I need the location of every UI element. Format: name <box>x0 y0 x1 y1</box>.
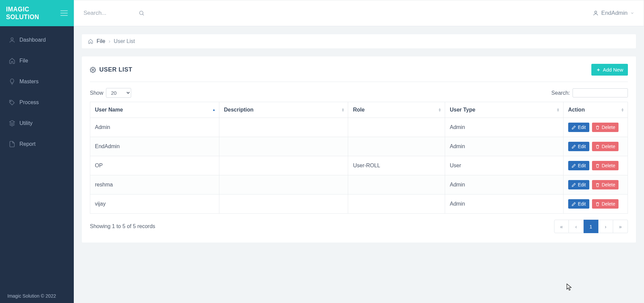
svg-point-4 <box>10 101 11 102</box>
brand-logo-text: IMAGIC SOLUTION <box>6 5 56 21</box>
delete-button[interactable]: Delete <box>592 180 619 189</box>
page-title: USER LIST <box>90 66 132 73</box>
pager-page-1[interactable]: 1 <box>584 220 598 233</box>
table-row: EndAdminAdminEditDelete <box>90 137 628 156</box>
delete-label: Delete <box>602 125 615 130</box>
topbar: EndAdmin <box>74 0 644 26</box>
col-header-label: User Type <box>450 107 475 113</box>
user-table: User Name ▲ Description ▲▼ Role ▲▼ User … <box>90 102 628 214</box>
trash-icon <box>595 164 600 168</box>
plus-icon <box>596 68 601 72</box>
svg-point-3 <box>11 38 13 40</box>
cell-action: EditDelete <box>563 137 628 156</box>
trash-icon <box>595 202 600 206</box>
table-info-text: Showing 1 to 5 of 5 records <box>90 223 155 229</box>
edit-button[interactable]: Edit <box>568 123 589 132</box>
table-row: vijayAdminEditDelete <box>90 194 628 214</box>
cell-username: reshma <box>90 175 219 194</box>
delete-label: Delete <box>602 144 615 149</box>
delete-button[interactable]: Delete <box>592 142 619 151</box>
col-header-action: Action ▲▼ <box>563 102 628 118</box>
cell-description <box>219 137 348 156</box>
delete-label: Delete <box>602 201 615 207</box>
user-name: EndAdmin <box>601 10 628 16</box>
cell-action: EditDelete <box>563 175 628 194</box>
delete-button[interactable]: Delete <box>592 123 619 132</box>
edit-button[interactable]: Edit <box>568 199 589 209</box>
col-header-username[interactable]: User Name ▲ <box>90 102 219 118</box>
col-header-label: User Name <box>95 107 123 113</box>
sidebar-item-report[interactable]: Report <box>0 134 74 155</box>
sidebar-item-label: Report <box>19 141 36 147</box>
edit-label: Edit <box>578 144 586 149</box>
sidebar-item-dashboard[interactable]: Dashboard <box>0 30 74 50</box>
search-input[interactable] <box>84 10 134 16</box>
cell-description <box>219 194 348 214</box>
sidebar-item-label: Dashboard <box>19 37 46 43</box>
table-search-input[interactable] <box>573 88 628 97</box>
sidebar-item-process[interactable]: Process <box>0 92 74 113</box>
add-new-button[interactable]: Add New <box>591 64 628 76</box>
edit-button[interactable]: Edit <box>568 161 589 170</box>
pager: « ‹ 1 › » <box>554 220 628 233</box>
pager-last[interactable]: » <box>613 220 628 233</box>
table-row: OPUser-ROLLUserEditDelete <box>90 156 628 175</box>
edit-icon <box>572 144 576 149</box>
delete-button[interactable]: Delete <box>592 161 619 170</box>
edit-icon <box>572 202 576 206</box>
breadcrumb: File › User List <box>82 34 636 48</box>
search-icon[interactable] <box>139 10 145 16</box>
breadcrumb-root[interactable]: File <box>97 38 105 44</box>
show-select[interactable]: 20 <box>106 88 131 98</box>
col-header-usertype[interactable]: User Type ▲▼ <box>445 102 563 118</box>
edit-button[interactable]: Edit <box>568 180 589 189</box>
delete-label: Delete <box>602 163 615 168</box>
table-search-wrap: Search: <box>551 88 628 97</box>
breadcrumb-current: User List <box>114 38 135 44</box>
home-icon <box>88 39 93 44</box>
cell-usertype: User <box>445 156 563 175</box>
table-footer: Showing 1 to 5 of 5 records « ‹ 1 › » <box>90 214 628 233</box>
table-row: AdminAdminEditDelete <box>90 118 628 137</box>
svg-point-5 <box>140 11 143 15</box>
cell-role <box>348 137 445 156</box>
col-header-description[interactable]: Description ▲▼ <box>219 102 348 118</box>
col-header-label: Role <box>353 107 365 113</box>
edit-icon <box>572 183 576 187</box>
svg-point-8 <box>92 69 94 71</box>
cell-action: EditDelete <box>563 156 628 175</box>
cell-username: EndAdmin <box>90 137 219 156</box>
sidebar-item-utility[interactable]: Utility <box>0 113 74 134</box>
global-search <box>84 10 145 16</box>
svg-point-7 <box>595 11 597 13</box>
col-header-label: Description <box>224 107 254 113</box>
trash-icon <box>595 125 600 130</box>
cell-username: OP <box>90 156 219 175</box>
home-icon <box>7 57 17 64</box>
cell-action: EditDelete <box>563 118 628 137</box>
cell-description <box>219 118 348 137</box>
edit-icon <box>572 164 576 168</box>
sort-icon: ▲▼ <box>341 108 345 112</box>
sidebar-item-label: Masters <box>19 79 39 85</box>
user-menu[interactable]: EndAdmin <box>593 10 634 16</box>
edit-button[interactable]: Edit <box>568 142 589 151</box>
gear-icon <box>90 67 96 73</box>
table-row: reshmaAdminEditDelete <box>90 175 628 194</box>
delete-button[interactable]: Delete <box>592 199 619 209</box>
cell-usertype: Admin <box>445 194 563 214</box>
hamburger-icon[interactable] <box>60 10 68 16</box>
sidebar-item-file[interactable]: File <box>0 50 74 71</box>
sort-icon: ▲▼ <box>621 108 624 112</box>
sidebar-item-masters[interactable]: Masters <box>0 71 74 92</box>
pager-prev[interactable]: ‹ <box>569 220 584 233</box>
sort-icon: ▲▼ <box>438 108 441 112</box>
edit-label: Edit <box>578 163 586 168</box>
cell-role: User-ROLL <box>348 156 445 175</box>
col-header-role[interactable]: Role ▲▼ <box>348 102 445 118</box>
search-label: Search: <box>551 90 570 96</box>
chevron-right-icon: › <box>109 38 110 44</box>
chevron-down-icon <box>630 11 634 15</box>
pager-next[interactable]: › <box>598 220 613 233</box>
pager-first[interactable]: « <box>554 220 569 233</box>
